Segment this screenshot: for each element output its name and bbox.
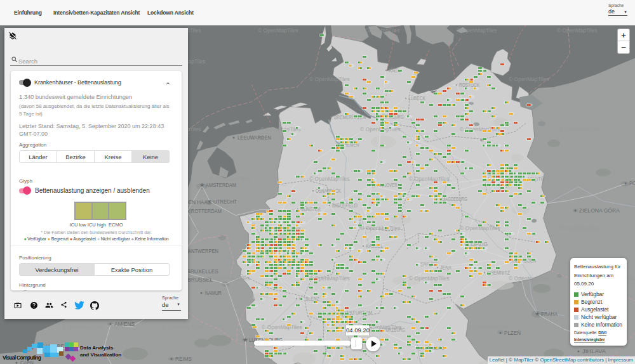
svg-text:ZIELONA GÓRA: ZIELONA GÓRA <box>579 207 620 214</box>
svg-text:WÜRZBURG: WÜRZBURG <box>382 327 405 333</box>
svg-text:★: ★ <box>199 181 205 188</box>
svg-text:LEEUWARDEN: LEEUWARDEN <box>237 134 271 141</box>
svg-text:© OpenMapTiles: © OpenMapTiles <box>309 76 350 82</box>
svg-text:★: ★ <box>243 336 248 343</box>
svg-text:© OpenMapTiles: © OpenMapTiles <box>309 176 350 182</box>
svg-text:© OpenMapTiles: © OpenMapTiles <box>509 275 549 282</box>
svg-text:AMIENS: AMIENS <box>114 320 135 327</box>
svg-text:© OpenMapTiles: © OpenMapTiles <box>509 76 549 82</box>
svg-text:© OpenMapTiles: © OpenMapTiles <box>258 27 298 34</box>
svg-text:© OpenMapTiles: © OpenMapTiles <box>468 324 509 330</box>
svg-text:© OpenMapTiles: © OpenMapTiles <box>409 275 450 282</box>
svg-text:© OpenMapTiles: © OpenMapTiles <box>360 225 401 231</box>
svg-text:© OpenMapTiles: © OpenMapTiles <box>62 324 103 330</box>
svg-text:DEN HAAG: DEN HAAG <box>185 198 211 205</box>
svg-text:Visual Computing: Visual Computing <box>3 354 41 361</box>
svg-text:★: ★ <box>535 310 540 317</box>
svg-text:© OpenMapTiles: © OpenMapTiles <box>559 225 600 231</box>
svg-text:BRUXELLES: BRUXELLES <box>187 268 218 275</box>
svg-text:© OpenMapTiles: © OpenMapTiles <box>260 126 301 133</box>
svg-text:© OpenMapTiles: © OpenMapTiles <box>557 27 598 34</box>
svg-text:UTRECHT: UTRECHT <box>213 198 237 205</box>
svg-text:NAMUR: NAMUR <box>205 289 222 296</box>
svg-text:Data Analysis: Data Analysis <box>80 345 114 351</box>
svg-text:ROTTERDAM: ROTTERDAM <box>191 207 222 214</box>
svg-text:BRUSSEL: BRUSSEL <box>187 276 213 283</box>
svg-text:© OpenMapTiles: © OpenMapTiles <box>162 324 203 330</box>
svg-text:© OpenMapTiles: © OpenMapTiles <box>457 27 497 34</box>
svg-text:PRAHA: PRAHA <box>541 310 558 317</box>
svg-text:LÜBECK: LÜBECK <box>408 95 425 101</box>
svg-text:© OpenMapTiles: © OpenMapTiles <box>210 275 250 282</box>
svg-text:ANTWERPEN: ANTWERPEN <box>188 247 218 254</box>
svg-text:© OpenMapTiles: © OpenMapTiles <box>559 126 600 133</box>
svg-text:and Visualization: and Visualization <box>80 352 121 358</box>
svg-text:AMSTERDAM: AMSTERDAM <box>206 181 236 188</box>
svg-text:JIHLAVA: JIHLAVA <box>582 348 606 354</box>
svg-text:PLZEŇ: PLZEŇ <box>504 329 521 336</box>
svg-text:© OpenMapTiles: © OpenMapTiles <box>359 27 400 34</box>
svg-text:POZNAŃ: POZNAŃ <box>629 179 635 186</box>
